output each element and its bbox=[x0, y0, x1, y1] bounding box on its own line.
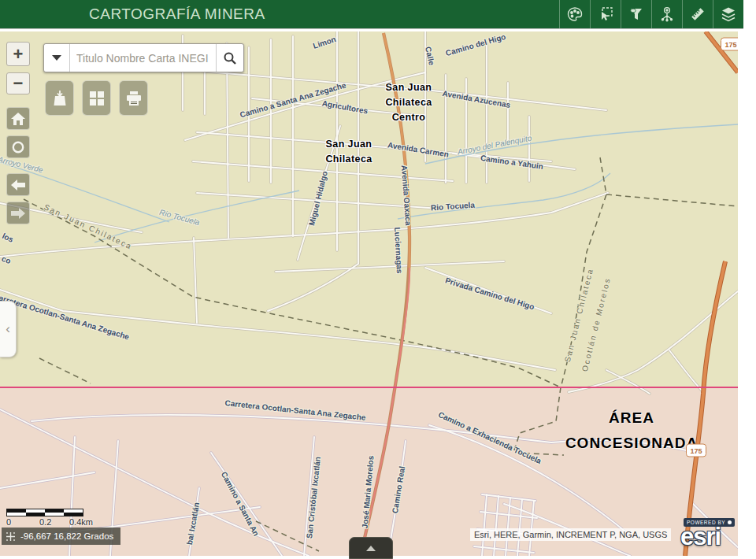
scalebar-tick: 0 bbox=[6, 517, 11, 527]
filter-funnel-icon bbox=[628, 6, 645, 23]
next-extent-button[interactable] bbox=[6, 202, 30, 224]
near-me-tool-button[interactable] bbox=[651, 0, 682, 28]
arrow-left-icon bbox=[11, 180, 25, 191]
esri-logo: POWERED BY esri bbox=[680, 513, 739, 547]
printer-icon bbox=[125, 91, 143, 106]
highway-shield: 175 bbox=[721, 38, 738, 51]
measurement-tool-button[interactable] bbox=[682, 0, 713, 28]
panel-collapse-tab[interactable]: ‹ bbox=[0, 301, 17, 357]
select-tool-button[interactable] bbox=[590, 0, 621, 28]
basemap-grid-button[interactable] bbox=[82, 80, 111, 116]
measure-ruler-icon bbox=[689, 6, 706, 23]
search-widget bbox=[43, 43, 244, 72]
chevron-left-icon: ‹ bbox=[6, 321, 10, 337]
previous-extent-button[interactable] bbox=[6, 173, 30, 196]
scalebar-tick: 0.4km bbox=[69, 517, 93, 527]
rivers bbox=[0, 124, 738, 242]
zoom-in-button[interactable]: + bbox=[6, 42, 30, 66]
app-header: CARTOGRAFÍA MINERA bbox=[0, 0, 743, 28]
highway-shield: 175 bbox=[686, 444, 706, 457]
layers-icon bbox=[720, 6, 737, 23]
locate-circle-icon bbox=[11, 140, 25, 154]
select-cursor-icon bbox=[597, 6, 614, 23]
globe-dot-icon bbox=[728, 520, 732, 524]
locate-button[interactable] bbox=[6, 135, 30, 158]
scalebar: 0 0.2 0.4km bbox=[6, 509, 101, 527]
map-tools-row bbox=[45, 80, 148, 116]
print-button[interactable] bbox=[119, 80, 148, 116]
search-button[interactable] bbox=[216, 44, 243, 72]
header-toolbar bbox=[559, 0, 743, 28]
grid-icon bbox=[89, 91, 105, 106]
app-title: CARTOGRAFÍA MINERA bbox=[89, 6, 265, 23]
basemap-style-button[interactable] bbox=[559, 0, 590, 28]
chevron-down-icon bbox=[52, 55, 61, 61]
zoom-out-button[interactable]: − bbox=[6, 72, 30, 94]
download-map-button[interactable] bbox=[45, 80, 74, 116]
search-input[interactable] bbox=[70, 44, 216, 72]
search-icon bbox=[223, 51, 237, 65]
filter-tool-button[interactable] bbox=[621, 0, 651, 28]
layers-tool-button[interactable] bbox=[713, 0, 743, 28]
scalebar-segments bbox=[6, 509, 83, 516]
chevron-up-icon bbox=[366, 546, 376, 551]
map-attribution: Esri, HERE, Garmin, INCREMENT P, NGA, US… bbox=[470, 528, 671, 541]
palette-icon bbox=[566, 6, 584, 23]
home-button[interactable] bbox=[6, 107, 30, 130]
location-pin-network-icon bbox=[658, 6, 676, 23]
crosshair-icon[interactable] bbox=[6, 531, 16, 542]
esri-brand-text: esri bbox=[680, 527, 739, 547]
search-source-dropdown[interactable] bbox=[44, 44, 70, 72]
scalebar-labels: 0 0.2 0.4km bbox=[6, 516, 101, 527]
download-map-icon bbox=[52, 90, 68, 107]
scalebar-tick: 0.2 bbox=[39, 517, 51, 527]
coordinates-widget: -96,667 16,822 Grados bbox=[2, 528, 120, 545]
coordinates-value: -96,667 16,822 Grados bbox=[20, 531, 113, 541]
arrow-right-icon bbox=[11, 208, 25, 219]
attribute-table-expander[interactable] bbox=[349, 537, 393, 559]
home-icon bbox=[11, 113, 25, 125]
